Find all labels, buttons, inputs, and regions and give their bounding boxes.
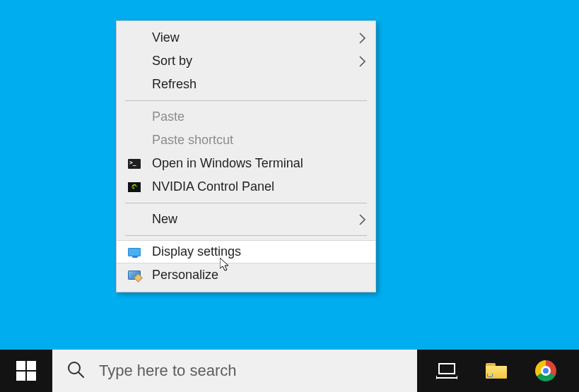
svg-line-6 [78, 372, 83, 377]
svg-rect-4 [27, 372, 36, 381]
menu-item-label: Display settings [152, 244, 375, 259]
taskbar: Type here to search [0, 350, 579, 392]
chrome-icon [535, 360, 556, 381]
desktop-context-menu[interactable]: View Sort by Refresh Paste Paste shortcu… [116, 20, 376, 292]
menu-item-label: Refresh [152, 77, 375, 92]
chevron-right-icon [358, 54, 367, 69]
taskbar-search-box[interactable]: Type here to search [52, 350, 417, 392]
personalize-icon [117, 271, 152, 280]
menu-item-label: Paste [152, 109, 375, 124]
chrome-button[interactable] [533, 358, 558, 384]
menu-item-refresh[interactable]: Refresh [117, 73, 375, 96]
menu-item-label: New [152, 212, 375, 227]
menu-separator [125, 203, 367, 203]
menu-item-label: NVIDIA Control Panel [152, 179, 375, 194]
menu-item-personalize[interactable]: Personalize [117, 263, 375, 287]
svg-rect-7 [439, 364, 455, 374]
menu-item-paste-shortcut: Paste shortcut [117, 129, 375, 152]
chevron-right-icon [358, 212, 367, 227]
file-explorer-button[interactable] [484, 358, 509, 384]
start-button[interactable] [0, 350, 52, 392]
menu-item-display-settings[interactable]: Display settings [117, 240, 375, 263]
terminal-icon [117, 159, 152, 169]
menu-item-nvidia-control-panel[interactable]: NVIDIA Control Panel [117, 175, 375, 198]
menu-item-paste: Paste [117, 105, 375, 129]
menu-item-open-terminal[interactable]: Open in Windows Terminal [117, 152, 375, 175]
file-explorer-icon [486, 363, 507, 379]
windows-logo-icon [16, 361, 36, 381]
menu-separator [125, 100, 367, 101]
menu-item-label: Paste shortcut [152, 133, 375, 148]
menu-item-label: Personalize [152, 268, 375, 283]
chevron-right-icon [358, 30, 367, 46]
menu-item-sort-by[interactable]: Sort by [117, 49, 375, 73]
svg-rect-1 [16, 361, 25, 370]
search-placeholder-text: Type here to search [99, 362, 406, 380]
menu-item-label: View [152, 30, 375, 45]
task-view-button[interactable] [434, 358, 460, 384]
nvidia-icon [117, 182, 152, 192]
search-icon [66, 360, 85, 381]
taskbar-app-icons [417, 350, 579, 392]
menu-item-label: Open in Windows Terminal [152, 156, 375, 171]
display-icon [117, 248, 152, 256]
svg-rect-3 [16, 372, 25, 381]
menu-item-label: Sort by [152, 54, 375, 69]
svg-rect-2 [27, 361, 36, 370]
menu-separator [125, 235, 367, 236]
task-view-icon [436, 362, 457, 379]
menu-item-view[interactable]: View [117, 26, 375, 49]
menu-item-new[interactable]: New [117, 208, 375, 231]
